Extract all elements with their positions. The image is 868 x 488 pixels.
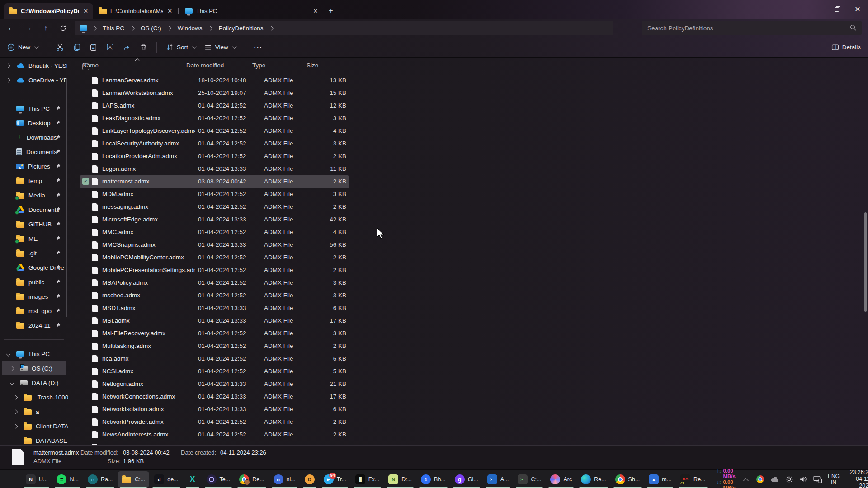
up-button[interactable]: ↑ <box>38 21 53 35</box>
details-pane-button[interactable]: Details <box>831 43 861 51</box>
tab-mattermost[interactable]: E:\Contributation\Mattermost\ ✕ <box>93 3 177 19</box>
cut-button[interactable] <box>56 43 64 51</box>
sidebar-item-github[interactable]: GITHUB <box>0 217 68 231</box>
file-row[interactable]: nca.admx01-04-2024 12:52ADMX File6 KB <box>80 352 349 365</box>
sidebar-item-a[interactable]: a <box>0 404 68 419</box>
taskbar-item-chrome-profile[interactable]: Re... <box>235 471 268 488</box>
rename-button[interactable]: A <box>106 43 114 51</box>
file-row[interactable]: NewsAndInterests.admx01-04-2024 12:52ADM… <box>80 428 349 441</box>
clock[interactable]: 23:26:25 04-11-2024 <box>845 469 868 488</box>
taskbar-item-npp[interactable]: ND:... <box>384 471 416 488</box>
sidebar-item-this-pc[interactable]: This PC <box>0 347 68 361</box>
view-button[interactable]: View <box>204 43 236 51</box>
file-row[interactable]: msched.admx01-04-2024 12:52ADMX File3 KB <box>80 289 349 302</box>
file-row[interactable]: messaging.admx01-04-2024 12:52ADMX File2… <box>80 201 349 213</box>
file-row[interactable]: MSI.admx01-04-2024 13:33ADMX File17 KB <box>80 314 349 327</box>
file-row[interactable]: NCSI.admx01-04-2024 12:52ADMX File5 KB <box>80 365 349 378</box>
taskbar-item-telegram[interactable]: ▶94Tr... <box>320 471 350 488</box>
file-row[interactable]: MSDT.admx01-04-2024 13:33ADMX File6 KB <box>80 302 349 314</box>
forward-button[interactable]: → <box>21 21 36 35</box>
sidebar-scrollbar[interactable] <box>66 78 67 317</box>
sidebar-item-data-d-[interactable]: DATA (D:) <box>0 375 68 390</box>
file-row[interactable]: MMCSnapins.admx01-04-2024 13:33ADMX File… <box>80 239 349 251</box>
column-size[interactable]: Size <box>307 62 318 69</box>
taskbar-item-ring[interactable]: Te... <box>203 471 235 488</box>
column-name[interactable]: Name <box>82 62 99 69</box>
language-indicator[interactable]: ENG IN <box>828 473 840 486</box>
chevron-right-icon[interactable] <box>14 424 18 428</box>
breadcrumb-this-pc[interactable]: This PC <box>99 23 128 33</box>
close-tab-icon[interactable]: ✕ <box>83 7 89 15</box>
file-row[interactable]: Multitasking.admx01-04-2024 12:52ADMX Fi… <box>80 340 349 352</box>
brightness-icon[interactable] <box>785 474 793 485</box>
sidebar-item-me[interactable]: ME <box>0 231 68 246</box>
close-tab-icon[interactable]: ✕ <box>311 7 320 15</box>
search-input[interactable]: Search PolicyDefinitions <box>642 21 862 35</box>
file-row[interactable]: Logon.admx01-04-2024 13:33ADMX File11 KB <box>80 163 349 175</box>
file-row[interactable]: LinkLayerTopologyDiscovery.admx01-04-202… <box>80 125 349 137</box>
file-row[interactable]: MobilePCPresentationSettings.admx01-04-2… <box>80 264 349 277</box>
more-options-button[interactable]: ··· <box>254 44 263 51</box>
sidebar-item-bhautik-yesbh[interactable]: Bhautik - YESBH <box>0 58 68 73</box>
minimize-button[interactable]: — <box>806 0 826 19</box>
taskbar-item-arc[interactable]: Arc <box>546 471 576 488</box>
sidebar-item-temp[interactable]: temp <box>0 174 68 188</box>
sidebar-item-client-data[interactable]: Client DATA <box>0 419 68 433</box>
breadcrumb-policydefinitions[interactable]: PolicyDefinitions <box>215 23 267 33</box>
breadcrumb-windows[interactable]: Windows <box>174 23 206 33</box>
sidebar-item-downloads[interactable]: ↓Downloads <box>0 130 68 145</box>
taskbar-item-ps[interactable]: >_A... <box>483 471 513 488</box>
address-bar[interactable]: This PC OS (C:) Windows PolicyDefinition… <box>75 21 613 35</box>
taskbar-item-term[interactable]: >_C:... <box>514 471 545 488</box>
file-row[interactable]: MMC.admx01-04-2024 12:52ADMX File4 KB <box>80 226 349 239</box>
sidebar-item-public[interactable]: public <box>0 275 68 289</box>
taskbar-item-discord[interactable]: D <box>301 471 319 488</box>
refresh-button[interactable] <box>55 21 71 35</box>
volume-icon[interactable] <box>799 474 807 485</box>
file-row[interactable]: Netlogon.admx01-04-2024 13:33ADMX File21… <box>80 378 349 390</box>
sidebar-item-documents[interactable]: Documents <box>0 202 68 217</box>
column-divider[interactable] <box>250 61 250 70</box>
taskbar-item-dark[interactable]: dde... <box>150 471 182 488</box>
column-date-modified[interactable]: Date modified <box>186 62 224 69</box>
column-divider[interactable] <box>303 61 303 70</box>
sidebar-item-onedrive-yesb[interactable]: OneDrive - YESB <box>0 73 68 87</box>
share-button[interactable] <box>123 43 131 51</box>
taskbar-item-codex[interactable]: X <box>184 471 202 488</box>
sidebar-item-msi-gpo[interactable]: msi_gpo <box>0 304 68 318</box>
sidebar-item-os-c-[interactable]: OS (C:) <box>2 361 66 375</box>
sidebar-item-media[interactable]: Media <box>0 188 68 202</box>
file-row[interactable]: NetworkProvider.admx01-04-2024 12:52ADMX… <box>80 416 349 428</box>
chevron-right-icon[interactable] <box>14 409 18 414</box>
taskbar-item-edge[interactable]: Re... <box>577 471 610 488</box>
new-tab-button[interactable]: + <box>324 5 338 17</box>
file-row[interactable]: LanmanServer.admx18-10-2024 10:48ADMX Fi… <box>80 74 349 87</box>
taskbar-item-fx[interactable]: |||Fx... <box>351 471 383 488</box>
taskbar-item-explorer[interactable]: C:... <box>118 471 149 488</box>
tab-this-pc[interactable]: This PC ✕ <box>179 3 324 19</box>
sidebar-item--trash-1000[interactable]: .Trash-1000 <box>0 390 68 404</box>
vertical-scrollbar-thumb[interactable] <box>864 212 867 312</box>
taskbar-item-radio[interactable]: ∩Ra... <box>84 471 117 488</box>
chevron-down-icon[interactable] <box>6 352 11 356</box>
onedrive-cloud-icon[interactable] <box>770 474 779 485</box>
file-row[interactable]: OfflineFiles.admx01-04-2024 13:33ADMX Fi… <box>80 441 349 445</box>
sidebar-item-database[interactable]: DATABASE <box>0 433 68 445</box>
breadcrumb-os-c[interactable]: OS (C:) <box>137 23 165 33</box>
close-button[interactable]: ✕ <box>847 0 868 19</box>
tab-policydefinitions[interactable]: C:\Windows\PolicyDefinitions ✕ <box>4 3 93 19</box>
back-button[interactable]: ← <box>4 21 19 35</box>
chevron-right-icon[interactable] <box>10 366 14 371</box>
file-row[interactable]: LAPS.admx01-04-2024 12:52ADMX File12 KB <box>80 99 349 112</box>
taskbar-item-blue[interactable]: nni... <box>269 471 300 488</box>
chevron-down-icon[interactable] <box>10 380 14 385</box>
file-row[interactable]: ✓mattermost.admx03-08-2024 00:42ADMX Fil… <box>80 175 349 188</box>
column-type[interactable]: Type <box>252 62 265 69</box>
chevron-right-icon[interactable] <box>6 78 11 82</box>
taskbar-item-chrome[interactable]: Sh... <box>611 471 644 488</box>
taskbar-item-notepad[interactable]: NU... <box>22 471 52 488</box>
file-row[interactable]: LeakDiagnostic.admx01-04-2024 12:52ADMX … <box>80 112 349 125</box>
sidebar-item-this-pc[interactable]: This PC <box>0 101 68 116</box>
file-row[interactable]: Msi-FileRecovery.admx01-04-2024 12:52ADM… <box>80 327 349 340</box>
sidebar-item-google-drive[interactable]: Google Drive <box>0 260 68 275</box>
